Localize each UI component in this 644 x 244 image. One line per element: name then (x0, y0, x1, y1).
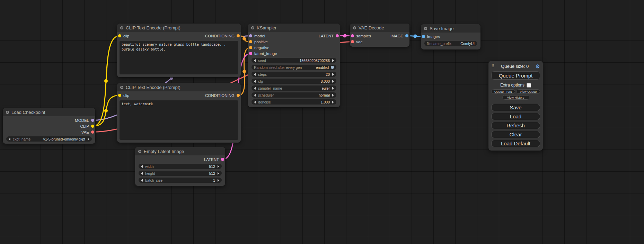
decrement-arrow-icon[interactable] (254, 87, 256, 90)
menu-header[interactable]: ⠿ Queue size: 0 ⚙ (491, 63, 540, 69)
collapse-toggle-icon[interactable] (138, 150, 141, 153)
output-slot-model[interactable]: MODEL (75, 118, 94, 123)
clip-slot-dot-icon[interactable] (118, 34, 121, 37)
refresh-button[interactable]: Refresh (491, 122, 540, 129)
node-graph-canvas[interactable]: { "icons": { "drag_handle": "⠿", "settin… (0, 0, 644, 244)
node-clip-text-encode-positive[interactable]: CLIP Text Encode (Prompt) clip CONDITION… (117, 24, 241, 77)
model-slot-dot-icon[interactable] (91, 119, 94, 122)
collapse-toggle-icon[interactable] (6, 111, 9, 114)
output-slot-vae[interactable]: VAE (81, 130, 94, 134)
model-slot-dot-icon[interactable] (249, 34, 252, 37)
input-slot-images[interactable]: images (422, 35, 440, 39)
output-slot-clip[interactable]: CLIP (80, 124, 94, 128)
decrement-arrow-icon[interactable] (254, 94, 256, 97)
view-queue-button[interactable]: View Queue (517, 89, 540, 94)
decrement-arrow-icon[interactable] (254, 80, 256, 83)
input-slot-latent-image[interactable]: latent_image (249, 52, 277, 56)
input-slot-positive[interactable]: positive (249, 40, 268, 44)
save-button[interactable]: Save (491, 104, 540, 111)
extra-options-checkbox[interactable] (527, 83, 531, 88)
toggle-dot-icon[interactable] (331, 66, 334, 69)
widget-ckpt-name[interactable]: ckpt_name v1-5-pruned-emaonly.ckpt (6, 136, 92, 142)
input-slot-vae[interactable]: vae (351, 40, 363, 44)
conditioning-slot-dot-icon[interactable] (237, 94, 240, 97)
prompt-text-area[interactable]: text, watermark (120, 100, 238, 140)
widget-random-seed-toggle[interactable]: Random seed after every gen enabled (252, 65, 336, 70)
increment-arrow-icon[interactable] (332, 87, 334, 90)
conditioning-slot-dot-icon[interactable] (249, 40, 252, 43)
prompt-text-area[interactable]: beautiful scenery nature glass bottle la… (120, 41, 238, 74)
decrement-arrow-icon[interactable] (9, 138, 10, 141)
view-history-button[interactable]: View History (502, 95, 529, 100)
clear-button[interactable]: Clear (491, 131, 540, 138)
widget-sampler-name[interactable]: sampler_name euler (252, 85, 336, 91)
collapse-toggle-icon[interactable] (424, 27, 427, 30)
latent-slot-dot-icon[interactable] (351, 34, 354, 37)
output-slot-conditioning[interactable]: CONDITIONING (205, 93, 240, 98)
increment-arrow-icon[interactable] (332, 94, 334, 97)
node-empty-latent-image[interactable]: Empty Latent Image LATENT width 512 heig… (135, 147, 225, 186)
node-title-bar[interactable]: Save Image (421, 24, 480, 33)
node-title-bar[interactable]: Load Checkpoint (3, 108, 95, 116)
increment-arrow-icon[interactable] (218, 172, 219, 175)
widget-filename-prefix[interactable]: filename_prefix ComfyUI (424, 41, 477, 46)
node-title-bar[interactable]: KSampler (248, 24, 340, 32)
widget-cfg[interactable]: cfg 8.000 (252, 79, 336, 84)
queue-prompt-button[interactable]: Queue Prompt (491, 71, 540, 80)
node-load-checkpoint[interactable]: Load Checkpoint MODEL CLIP VAE ckpt_name (3, 108, 95, 144)
output-slot-conditioning[interactable]: CONDITIONING (205, 34, 240, 38)
vae-slot-dot-icon[interactable] (351, 40, 354, 43)
widget-width[interactable]: width 512 (139, 164, 222, 169)
increment-arrow-icon[interactable] (332, 73, 334, 76)
output-slot-latent[interactable]: LATENT (204, 157, 224, 162)
latent-slot-dot-icon[interactable] (249, 52, 252, 55)
load-default-button[interactable]: Load Default (491, 140, 540, 147)
widget-scheduler[interactable]: scheduler normal (252, 92, 336, 98)
widget-seed[interactable]: seed 156680208700286 (252, 58, 336, 63)
node-title-bar[interactable]: CLIP Text Encode (Prompt) (117, 83, 241, 91)
node-clip-text-encode-negative[interactable]: CLIP Text Encode (Prompt) clip CONDITION… (117, 83, 241, 143)
collapse-toggle-icon[interactable] (353, 26, 356, 29)
increment-arrow-icon[interactable] (218, 179, 219, 182)
vae-slot-dot-icon[interactable] (91, 130, 94, 134)
node-title-bar[interactable]: Empty Latent Image (135, 147, 225, 155)
decrement-arrow-icon[interactable] (254, 59, 256, 62)
settings-gear-icon[interactable]: ⚙ (536, 64, 540, 69)
clip-slot-dot-icon[interactable] (118, 94, 121, 97)
conditioning-slot-dot-icon[interactable] (249, 46, 252, 49)
input-slot-model[interactable]: model (249, 34, 265, 38)
increment-arrow-icon[interactable] (332, 80, 334, 83)
clip-slot-dot-icon[interactable] (91, 125, 94, 128)
load-button[interactable]: Load (491, 113, 540, 120)
increment-arrow-icon[interactable] (218, 165, 219, 168)
increment-arrow-icon[interactable] (332, 59, 334, 62)
decrement-arrow-icon[interactable] (254, 73, 256, 76)
decrement-arrow-icon[interactable] (141, 165, 143, 168)
decrement-arrow-icon[interactable] (254, 101, 256, 103)
latent-slot-dot-icon[interactable] (221, 158, 224, 161)
collapse-toggle-icon[interactable] (120, 26, 123, 29)
collapse-toggle-icon[interactable] (251, 26, 254, 29)
output-slot-image[interactable]: IMAGE (390, 34, 408, 38)
drag-handle-icon[interactable]: ⠿ (491, 64, 494, 68)
image-slot-dot-icon[interactable] (405, 34, 408, 37)
input-slot-samples[interactable]: samples (351, 34, 371, 38)
node-ksampler[interactable]: KSampler model LATENT positive negative (248, 24, 340, 107)
node-title-bar[interactable]: VAE Decode (350, 24, 409, 32)
node-vae-decode[interactable]: VAE Decode samples IMAGE vae (350, 24, 409, 47)
decrement-arrow-icon[interactable] (141, 172, 143, 175)
collapse-toggle-icon[interactable] (120, 86, 123, 89)
widget-batch-size[interactable]: batch_size 1 (139, 178, 222, 183)
input-slot-clip[interactable]: clip (118, 93, 129, 98)
decrement-arrow-icon[interactable] (141, 179, 143, 182)
increment-arrow-icon[interactable] (332, 101, 334, 103)
widget-height[interactable]: height 512 (139, 171, 222, 176)
image-slot-dot-icon[interactable] (422, 35, 425, 38)
increment-arrow-icon[interactable] (88, 138, 89, 141)
widget-steps[interactable]: steps 20 (252, 72, 336, 77)
conditioning-slot-dot-icon[interactable] (237, 34, 240, 37)
input-slot-clip[interactable]: clip (118, 34, 129, 38)
input-slot-negative[interactable]: negative (249, 46, 269, 50)
widget-denoise[interactable]: denoise 1.000 (252, 99, 336, 105)
node-save-image[interactable]: Save Image images filename_prefix ComfyU… (421, 24, 480, 49)
